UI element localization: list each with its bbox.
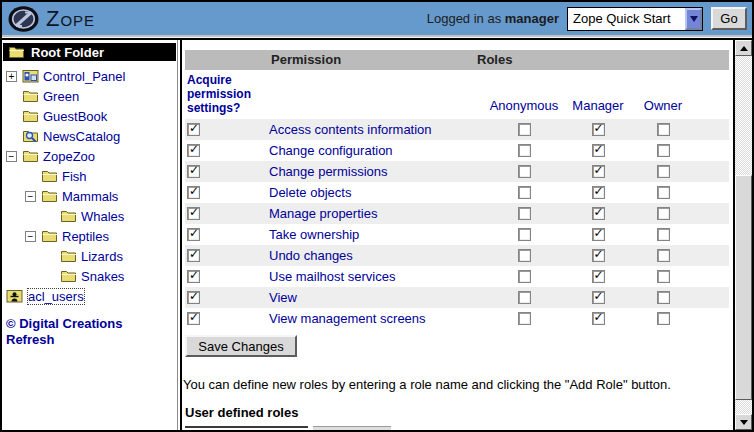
sidebar-item-label[interactable]: Fish	[62, 169, 87, 184]
sidebar-item-reptiles[interactable]: − Reptiles	[25, 226, 109, 246]
folder-icon	[60, 249, 77, 263]
sidebar-item-label[interactable]: Lizards	[81, 249, 123, 264]
acquire-checkbox[interactable]	[187, 207, 200, 220]
permission-link[interactable]: View management screens	[269, 311, 426, 326]
sidebar-item-green[interactable]: Green	[6, 86, 79, 106]
owner-checkbox[interactable]	[657, 291, 670, 304]
sidebar-item-fish[interactable]: Fish	[25, 166, 87, 186]
sidebar-item-label[interactable]: Whales	[81, 209, 124, 224]
manager-checkbox[interactable]	[592, 207, 605, 220]
anonymous-checkbox[interactable]	[518, 207, 531, 220]
table-row: Undo changes	[185, 245, 729, 266]
go-button[interactable]: Go	[711, 7, 747, 30]
sidebar-item-control-panel[interactable]: + Control_Panel	[6, 66, 125, 86]
manager-checkbox[interactable]	[592, 123, 605, 136]
owner-checkbox[interactable]	[657, 207, 670, 220]
role-header-owner[interactable]: Owner	[644, 98, 682, 119]
sidebar-item-label[interactable]: GuestBook	[43, 109, 107, 124]
acquire-checkbox[interactable]	[187, 228, 200, 241]
sidebar-item-label[interactable]: Reptiles	[62, 229, 109, 244]
role-header-manager[interactable]: Manager	[572, 98, 623, 119]
owner-checkbox[interactable]	[657, 270, 670, 283]
owner-checkbox[interactable]	[657, 228, 670, 241]
collapse-icon[interactable]: −	[25, 191, 36, 202]
chevron-down-icon	[690, 16, 698, 22]
owner-checkbox[interactable]	[657, 165, 670, 178]
sidebar-item-label[interactable]: Mammals	[62, 189, 118, 204]
anonymous-checkbox[interactable]	[518, 228, 531, 241]
acquire-checkbox[interactable]	[187, 270, 200, 283]
scrollbar-thumb[interactable]	[735, 175, 752, 400]
scrollbar-down-button[interactable]	[735, 414, 752, 430]
owner-checkbox[interactable]	[657, 312, 670, 325]
scrollbar-up-button[interactable]	[735, 40, 752, 56]
acquire-checkbox[interactable]	[187, 186, 200, 199]
anonymous-checkbox[interactable]	[518, 291, 531, 304]
sidebar-item-mammals[interactable]: − Mammals	[25, 186, 118, 206]
collapse-icon[interactable]: −	[6, 151, 17, 162]
copyright-link[interactable]: © Digital Creations	[6, 316, 123, 331]
vertical-scrollbar[interactable]	[735, 40, 752, 430]
select-dropdown-button[interactable]	[685, 8, 702, 30]
anonymous-checkbox[interactable]	[518, 165, 531, 178]
permission-link[interactable]: Delete objects	[269, 185, 351, 200]
role-name-input[interactable]	[185, 426, 308, 430]
acquire-checkbox[interactable]	[187, 312, 200, 325]
zope-management-window: Zope Logged in as manager Zope Quick Sta…	[0, 0, 754, 432]
owner-checkbox[interactable]	[657, 249, 670, 262]
sidebar-item-acl-users[interactable]: acl_users	[6, 286, 85, 306]
anonymous-checkbox[interactable]	[518, 186, 531, 199]
sidebar-item-newscatalog[interactable]: NewsCatalog	[6, 126, 120, 146]
manager-checkbox[interactable]	[592, 270, 605, 283]
quick-start-select[interactable]: Zope Quick Start	[567, 7, 703, 31]
acquire-checkbox[interactable]	[187, 144, 200, 157]
manager-checkbox[interactable]	[592, 249, 605, 262]
anonymous-checkbox[interactable]	[518, 249, 531, 262]
sidebar-item-label[interactable]: Green	[43, 89, 79, 104]
owner-checkbox[interactable]	[657, 144, 670, 157]
anonymous-checkbox[interactable]	[518, 270, 531, 283]
role-header-anonymous[interactable]: Anonymous	[490, 98, 559, 119]
acquire-permission-settings-link[interactable]: Acquire permission settings?	[187, 73, 261, 115]
acquire-checkbox[interactable]	[187, 249, 200, 262]
sidebar-item-snakes[interactable]: Snakes	[44, 266, 124, 286]
manager-checkbox[interactable]	[592, 228, 605, 241]
permission-link[interactable]: Take ownership	[269, 227, 359, 242]
sidebar-item-label[interactable]: NewsCatalog	[43, 129, 120, 144]
permission-link[interactable]: Access contents information	[269, 122, 432, 137]
sidebar-item-guestbook[interactable]: GuestBook	[6, 106, 107, 126]
anonymous-checkbox[interactable]	[518, 123, 531, 136]
manager-checkbox[interactable]	[592, 291, 605, 304]
save-changes-button[interactable]: Save Changes	[185, 335, 297, 357]
sidebar-item-zopezoo[interactable]: − ZopeZoo	[6, 146, 95, 166]
sidebar-item-whales[interactable]: Whales	[44, 206, 124, 226]
permission-link[interactable]: Change configuration	[269, 143, 393, 158]
permission-link[interactable]: Use mailhost services	[269, 269, 395, 284]
acquire-checkbox[interactable]	[187, 123, 200, 136]
sidebar-item-label[interactable]: ZopeZoo	[43, 149, 95, 164]
sidebar-item-label[interactable]: Snakes	[81, 269, 124, 284]
collapse-icon[interactable]: −	[25, 231, 36, 242]
add-role-button[interactable]	[313, 426, 391, 430]
manager-checkbox[interactable]	[592, 312, 605, 325]
anonymous-checkbox[interactable]	[518, 312, 531, 325]
refresh-link[interactable]: Refresh	[6, 332, 54, 347]
manager-checkbox[interactable]	[592, 144, 605, 157]
sidebar-item-root-folder[interactable]: Root Folder	[3, 43, 176, 61]
owner-checkbox[interactable]	[657, 123, 670, 136]
permission-link[interactable]: Change permissions	[269, 164, 388, 179]
permission-link[interactable]: Manage properties	[269, 206, 377, 221]
sidebar-item-lizards[interactable]: Lizards	[44, 246, 123, 266]
sidebar-item-label[interactable]: Control_Panel	[43, 69, 125, 84]
expand-icon[interactable]: +	[6, 71, 17, 82]
permission-link[interactable]: View	[269, 290, 297, 305]
sidebar-item-label[interactable]: acl_users	[27, 288, 85, 305]
manager-checkbox[interactable]	[592, 186, 605, 199]
acquire-checkbox[interactable]	[187, 291, 200, 304]
manager-checkbox[interactable]	[592, 165, 605, 178]
acquire-checkbox[interactable]	[187, 165, 200, 178]
permission-link[interactable]: Undo changes	[269, 248, 353, 263]
owner-checkbox[interactable]	[657, 186, 670, 199]
anonymous-checkbox[interactable]	[518, 144, 531, 157]
top-bar: Zope Logged in as manager Zope Quick Sta…	[2, 2, 752, 35]
